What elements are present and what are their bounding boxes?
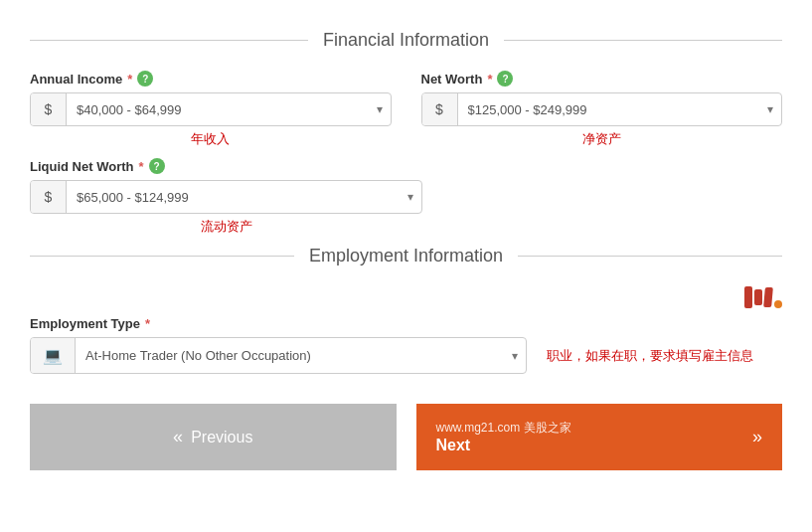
annual-income-required: * xyxy=(127,72,132,87)
annual-income-annotation: 年收入 xyxy=(30,130,392,148)
net-worth-annotation: 净资产 xyxy=(421,130,783,148)
net-worth-select[interactable]: $125,000 - $249,999 Under $25,000 $25,00… xyxy=(458,93,760,125)
employment-type-row: 💻 At-Home Trader (No Other Occupation) E… xyxy=(30,337,782,374)
financial-section-title: Financial Information xyxy=(308,30,504,51)
annual-income-prefix: $ xyxy=(31,93,67,125)
net-worth-required: * xyxy=(487,72,492,87)
liquid-net-worth-annotation: 流动资产 xyxy=(30,218,422,236)
annual-income-select[interactable]: $40,000 - $64,999 Under $25,000 $25,000 … xyxy=(67,93,369,125)
emp-header-line-right xyxy=(518,256,782,257)
annual-income-arrow: ▾ xyxy=(369,93,391,125)
income-networth-row: Annual Income * ? $ $40,000 - $64,999 Un… xyxy=(30,71,782,148)
annual-income-group: Annual Income * ? $ $40,000 - $64,999 Un… xyxy=(30,71,392,148)
header-line-right xyxy=(504,40,782,41)
net-worth-select-wrapper: $ $125,000 - $249,999 Under $25,000 $25,… xyxy=(421,92,783,126)
logo-area xyxy=(30,286,782,308)
financial-section-header: Financial Information xyxy=(30,30,782,51)
previous-button[interactable]: « Previous xyxy=(30,404,397,470)
employment-type-label: Employment Type * xyxy=(30,316,782,331)
stripe-1 xyxy=(744,286,752,308)
annual-income-help-icon[interactable]: ? xyxy=(137,71,153,87)
net-worth-help-icon[interactable]: ? xyxy=(497,71,513,87)
net-worth-prefix: $ xyxy=(422,93,458,125)
employment-section-title: Employment Information xyxy=(294,246,518,266)
employment-type-arrow: ▾ xyxy=(504,338,526,373)
logo-stripes xyxy=(744,286,772,308)
laptop-icon: 💻 xyxy=(31,338,76,373)
liquid-net-worth-prefix: $ xyxy=(31,181,67,213)
logo-dot xyxy=(774,300,782,308)
next-button-url: www.mg21.com 美股之家 xyxy=(436,420,571,437)
liquid-net-worth-arrow: ▾ xyxy=(400,181,421,213)
liquid-net-worth-select[interactable]: $65,000 - $124,999 Under $25,000 $25,000… xyxy=(67,181,400,213)
next-button-text: www.mg21.com 美股之家 Next xyxy=(436,420,571,454)
employment-section-header: Employment Information xyxy=(30,246,782,266)
employment-type-select-wrapper: 💻 At-Home Trader (No Other Occupation) E… xyxy=(30,337,527,374)
liquid-net-worth-select-wrapper: $ $65,000 - $124,999 Under $25,000 $25,0… xyxy=(30,180,422,214)
employment-type-select[interactable]: At-Home Trader (No Other Occupation) Emp… xyxy=(76,338,504,373)
net-worth-label: Net Worth * ? xyxy=(421,71,783,87)
next-chevron-icon: » xyxy=(752,427,762,447)
liquid-net-worth-group: Liquid Net Worth * ? $ $65,000 - $124,99… xyxy=(30,158,422,236)
annual-income-label: Annual Income * ? xyxy=(30,71,392,87)
liquid-net-worth-label: Liquid Net Worth * ? xyxy=(30,158,422,174)
next-button[interactable]: www.mg21.com 美股之家 Next » xyxy=(416,404,783,470)
mg21-logo xyxy=(744,286,782,308)
employment-type-required: * xyxy=(145,316,150,331)
bottom-nav: « Previous www.mg21.com 美股之家 Next » xyxy=(30,404,782,470)
employment-type-annotation: 职业，如果在职，要求填写雇主信息 xyxy=(547,347,753,365)
annual-income-select-wrapper: $ $40,000 - $64,999 Under $25,000 $25,00… xyxy=(30,92,392,126)
header-line-left xyxy=(30,40,308,41)
next-button-label: Next xyxy=(436,437,471,454)
net-worth-group: Net Worth * ? $ $125,000 - $249,999 Unde… xyxy=(421,71,783,148)
stripe-3 xyxy=(763,287,773,307)
previous-button-label: Previous xyxy=(191,429,252,446)
liquid-net-worth-required: * xyxy=(138,159,143,174)
emp-header-line-left xyxy=(30,256,294,257)
net-worth-arrow: ▾ xyxy=(759,93,781,125)
employment-section: Employment Information Employment Type *… xyxy=(30,246,782,374)
stripe-2 xyxy=(754,289,762,305)
liquid-net-worth-help-icon[interactable]: ? xyxy=(149,158,165,174)
previous-chevron-icon: « xyxy=(173,427,183,447)
